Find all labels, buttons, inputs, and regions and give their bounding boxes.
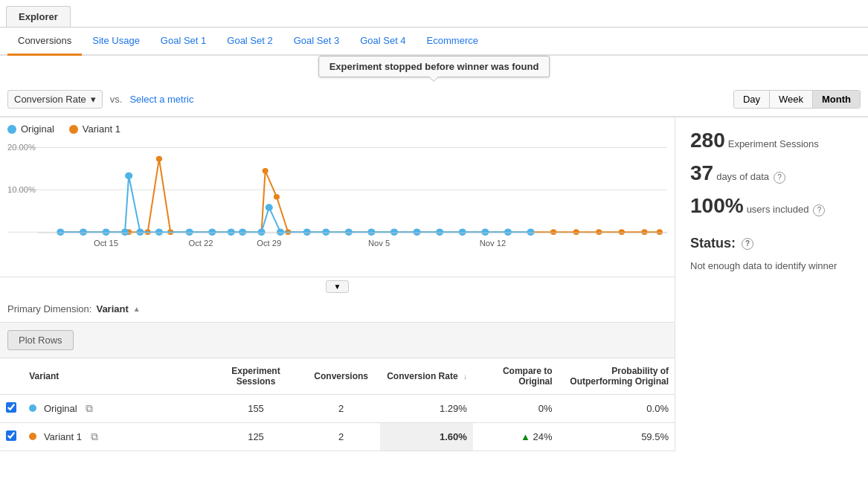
experiment-tooltip: Experiment stopped before winner was fou… bbox=[318, 56, 550, 77]
svg-text:Oct 22: Oct 22 bbox=[188, 239, 213, 248]
svg-point-10 bbox=[156, 156, 162, 162]
tab-ecommerce[interactable]: Ecommerce bbox=[417, 28, 489, 56]
svg-point-17 bbox=[263, 168, 269, 174]
tab-goal-set-3[interactable]: Goal Set 3 bbox=[283, 28, 350, 56]
col-header-conversions: Conversions bbox=[303, 358, 380, 395]
status-help-icon[interactable]: ? bbox=[742, 238, 753, 250]
days-stat: 37 days of data ? bbox=[690, 161, 853, 185]
row-variant-variant1: Variant 1 ⧉ bbox=[23, 423, 209, 451]
month-button[interactable]: Month bbox=[813, 91, 860, 108]
metric-arrow-icon: ▾ bbox=[91, 94, 96, 105]
svg-point-35 bbox=[641, 229, 647, 235]
variant1-compare-value: 24% bbox=[533, 431, 553, 442]
legend-row: Original Variant 1 bbox=[0, 117, 675, 141]
sessions-label: Experiment Sessions bbox=[728, 138, 819, 149]
variant1-conversions: 2 bbox=[303, 423, 380, 451]
svg-point-41 bbox=[125, 172, 132, 179]
tab-site-usage[interactable]: Site Usage bbox=[82, 28, 150, 56]
row-variant-original: Original ⧉ bbox=[23, 395, 209, 423]
variant1-conversion-rate: 1.60% bbox=[380, 423, 473, 451]
nav-tabs: Conversions Site Usage Goal Set 1 Goal S… bbox=[0, 28, 868, 56]
svg-text:Nov 12: Nov 12 bbox=[480, 239, 506, 248]
svg-point-18 bbox=[274, 194, 280, 200]
chart-sidebar: 280 Experiment Sessions 37 days of data … bbox=[675, 117, 868, 451]
original-compare: 0% bbox=[473, 395, 559, 423]
variant1-dot bbox=[69, 125, 78, 134]
dimension-row: Primary Dimension: Variant ▲ bbox=[0, 296, 675, 323]
svg-point-60 bbox=[504, 228, 512, 235]
days-help-icon[interactable]: ? bbox=[774, 172, 785, 184]
chart-expand-button[interactable]: ▼ bbox=[326, 280, 350, 293]
original-conversion-rate: 1.29% bbox=[380, 395, 473, 423]
variant1-compare: ▲ 24% bbox=[473, 423, 559, 451]
svg-point-42 bbox=[136, 228, 144, 235]
day-button[interactable]: Day bbox=[734, 91, 770, 108]
svg-text:Oct 29: Oct 29 bbox=[257, 239, 281, 248]
sessions-number: 280 bbox=[690, 129, 725, 152]
chart-chevron: ▼ bbox=[0, 277, 675, 296]
tab-conversions[interactable]: Conversions bbox=[7, 28, 82, 56]
plot-rows-button[interactable]: Plot Rows bbox=[7, 330, 74, 350]
status-label: Status: ? bbox=[690, 236, 853, 251]
svg-point-58 bbox=[459, 228, 466, 235]
svg-point-39 bbox=[102, 228, 109, 235]
svg-point-33 bbox=[596, 229, 602, 235]
users-label: users included bbox=[747, 204, 809, 215]
svg-text:Oct 15: Oct 15 bbox=[94, 239, 118, 248]
svg-point-47 bbox=[239, 228, 246, 235]
variant1-link-icon[interactable]: ⧉ bbox=[91, 430, 98, 442]
svg-point-40 bbox=[121, 228, 129, 235]
row-checkbox-variant1[interactable] bbox=[0, 423, 23, 451]
variant1-compare-arrow-icon: ▲ bbox=[521, 431, 533, 442]
variant1-exp-sessions: 125 bbox=[209, 423, 302, 451]
users-stat: 100% users included ? bbox=[690, 194, 853, 218]
col-header-conversion-rate: Conversion Rate ↓ bbox=[380, 358, 473, 395]
original-conversions: 2 bbox=[303, 395, 380, 423]
days-number: 37 bbox=[690, 161, 713, 185]
svg-point-31 bbox=[550, 229, 556, 235]
tab-goal-set-4[interactable]: Goal Set 4 bbox=[350, 28, 416, 56]
original-link-icon[interactable]: ⧉ bbox=[86, 402, 93, 414]
day-week-month-selector: Day Week Month bbox=[733, 90, 861, 109]
tab-goal-set-1[interactable]: Goal Set 1 bbox=[150, 28, 216, 56]
dimension-value: Variant bbox=[96, 303, 128, 314]
svg-point-56 bbox=[413, 228, 420, 235]
svg-point-59 bbox=[481, 228, 489, 235]
variant1-row-dot bbox=[29, 433, 36, 440]
users-number: 100% bbox=[690, 194, 744, 218]
original-probability: 0.0% bbox=[559, 395, 675, 423]
svg-point-54 bbox=[367, 228, 375, 235]
original-row-dot bbox=[29, 404, 36, 412]
variant1-label: Variant 1 bbox=[83, 123, 120, 135]
controls-row: Conversion Rate ▾ vs. Select a metric Da… bbox=[0, 83, 868, 117]
dimension-label: Primary Dimension: bbox=[7, 303, 91, 314]
col-header-check bbox=[0, 358, 23, 395]
metric-label: Conversion Rate bbox=[14, 94, 86, 105]
chart-main: 20.00% 10.00% bbox=[0, 141, 675, 277]
original-row-name: Original bbox=[44, 403, 77, 414]
week-button[interactable]: Week bbox=[770, 91, 813, 108]
svg-text:20.00%: 20.00% bbox=[7, 143, 36, 152]
svg-point-52 bbox=[322, 228, 329, 235]
variant1-probability: 59.5% bbox=[559, 423, 675, 451]
svg-point-44 bbox=[186, 228, 193, 235]
legend-original: Original bbox=[7, 123, 54, 135]
sessions-stat: 280 Experiment Sessions bbox=[690, 129, 853, 152]
chart-container: Original Variant 1 20.00% 10.00% bbox=[0, 117, 868, 451]
dimension-chevron-icon: ▲ bbox=[133, 305, 141, 313]
status-text: Not enough data to identify winner bbox=[690, 260, 853, 271]
row-checkbox-original[interactable] bbox=[0, 395, 23, 423]
col-header-variant: Variant bbox=[23, 358, 209, 395]
original-exp-sessions: 155 bbox=[209, 395, 302, 423]
table-row: Variant 1 ⧉ 125 2 1.60% ▲ 24% 59.5% bbox=[0, 423, 675, 451]
svg-point-36 bbox=[657, 229, 663, 235]
explorer-tab[interactable]: Explorer bbox=[6, 6, 71, 27]
chart-svg: 20.00% 10.00% bbox=[7, 141, 667, 274]
svg-text:Nov 5: Nov 5 bbox=[368, 239, 390, 248]
svg-point-51 bbox=[303, 228, 311, 235]
days-label: days of data bbox=[716, 171, 769, 182]
tab-goal-set-2[interactable]: Goal Set 2 bbox=[216, 28, 283, 56]
select-metric-link[interactable]: Select a metric bbox=[129, 94, 193, 105]
metric-dropdown[interactable]: Conversion Rate ▾ bbox=[7, 90, 103, 109]
users-help-icon[interactable]: ? bbox=[813, 204, 825, 216]
